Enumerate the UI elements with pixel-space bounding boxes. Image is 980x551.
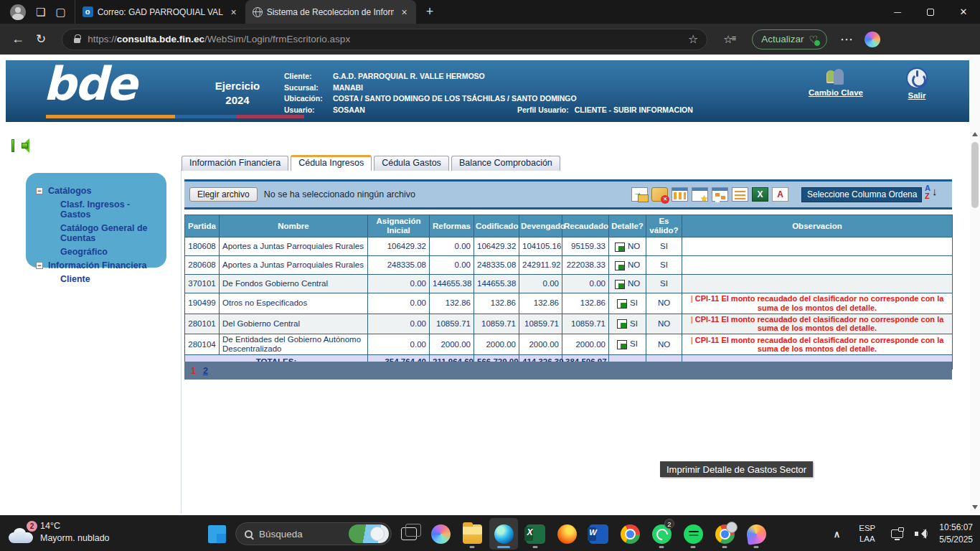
refresh-button[interactable]	[36, 32, 46, 47]
bookmark-star-icon[interactable]	[688, 32, 698, 46]
clock[interactable]: 10:56:075/5/2025	[939, 522, 973, 546]
url-field[interactable]: https://consulta.bde.fin.ec/WebSim/Login…	[62, 29, 707, 50]
cell-nombre: De Fondos Gobierno Central	[220, 275, 368, 293]
weather-widget[interactable]: 2 14°C Mayorm. nublado	[7, 520, 110, 545]
detail-grid-icon[interactable]	[617, 299, 627, 309]
choose-file-button[interactable]: Elegir archivo	[189, 187, 258, 202]
tab-c-dula-gastos[interactable]: Cédula Gastos	[374, 156, 449, 171]
cell-partida: 280104	[185, 334, 220, 355]
word-icon	[589, 524, 608, 544]
page-link[interactable]: 2	[203, 366, 208, 376]
excel-icon	[526, 524, 545, 544]
taskbar-edge[interactable]	[489, 518, 518, 550]
collapse-icon[interactable]: −	[36, 262, 43, 269]
cambio-clave-link[interactable]: Cambio Clave	[809, 69, 863, 100]
detail-grid-icon[interactable]	[615, 280, 625, 289]
favorites-icon[interactable]	[723, 33, 738, 46]
page-scrollbar[interactable]	[970, 55, 980, 515]
send-file-icon[interactable]	[631, 187, 648, 202]
collapse-menu-icon[interactable]	[11, 138, 29, 153]
sidebar-item-clasf-ingresos-gastos[interactable]: Clasf. Ingresos - Gastos	[60, 199, 159, 220]
running-indicator	[691, 546, 696, 548]
grid-window-icon[interactable]	[672, 187, 688, 202]
cell-codificado: 144655.38	[474, 275, 519, 293]
sidebar-item-cat-logo-general-de-cuentas[interactable]: Catálogo General de Cuentas	[60, 223, 159, 243]
taskbar-chrome2[interactable]	[710, 518, 739, 550]
column-header: Recaudado	[562, 215, 609, 237]
taskbar-whatsapp[interactable]: 2	[647, 518, 676, 550]
window-controls	[881, 0, 980, 24]
cell-nombre: Aportes a Juntas Parroquiales Rurales	[220, 256, 368, 275]
sort-column-select[interactable]: Seleccione Columna Ordena∨	[801, 187, 922, 202]
browser-tab[interactable]: Correo: GAD PARROQUIAL VALLE×	[75, 0, 245, 24]
minimize-button[interactable]	[881, 0, 914, 24]
volume-icon[interactable]	[915, 529, 928, 539]
start-button[interactable]	[208, 525, 226, 543]
taskbar-word[interactable]	[584, 518, 613, 550]
profile-avatar[interactable]	[10, 4, 26, 20]
search-placeholder: Búsqueda	[259, 529, 349, 540]
cell-devengado: 10859.71	[519, 314, 562, 334]
tab-close-icon[interactable]: ×	[227, 6, 239, 18]
detail-grid-icon[interactable]	[617, 319, 627, 329]
taskbar-excel[interactable]	[521, 518, 550, 550]
network-icon[interactable]	[891, 529, 903, 538]
cell-nombre: Del Gobierno Central	[220, 314, 368, 334]
tab-balance-comprobaci-n[interactable]: Balance Comprobación	[451, 156, 560, 171]
sidebar-item-geogr-fico[interactable]: Geográfico	[60, 247, 159, 257]
taskbar-paint[interactable]	[742, 518, 771, 550]
pdf-icon[interactable]	[772, 187, 788, 202]
cell-detalle: SI	[609, 314, 646, 334]
tab-close-icon[interactable]: ×	[398, 6, 410, 18]
tab-informaci-n-financiera[interactable]: Información Financiera	[182, 156, 288, 171]
maximize-button[interactable]	[914, 0, 947, 24]
new-tab-button[interactable]: +	[416, 4, 444, 19]
table-row: 180608Aportes a Juntas Parroquiales Rura…	[185, 237, 953, 256]
column-header: Reformas	[430, 215, 474, 237]
column-header: Partida	[185, 215, 220, 237]
cell-asignacion-inicial: 0.00	[368, 293, 430, 314]
sidebar-tree: −CatálogosClasf. Ingresos - GastosCatálo…	[26, 173, 166, 268]
scroll-up-icon[interactable]	[972, 132, 978, 136]
tree-window-icon[interactable]	[712, 187, 728, 202]
excel-icon[interactable]	[752, 187, 768, 202]
salir-link[interactable]: Salir	[908, 69, 926, 100]
browser-menu-icon[interactable]	[840, 32, 853, 47]
delete-icon[interactable]	[651, 187, 668, 202]
cell-observacion	[682, 275, 953, 293]
language-indicator[interactable]: ESPLAA	[859, 523, 875, 545]
list-view-icon[interactable]	[732, 187, 748, 202]
users-icon	[825, 69, 847, 85]
scrollbar-thumb[interactable]	[971, 142, 979, 208]
taskbar-search[interactable]: Búsqueda	[235, 522, 392, 545]
sidebar-item-cat-logos[interactable]: −Catálogos	[36, 186, 159, 196]
browser-tab[interactable]: Sistema de Recoleccion de Inform×	[245, 0, 416, 24]
taskbar-firefox[interactable]	[552, 518, 581, 550]
taskbar-spotify[interactable]	[679, 518, 707, 550]
tray-chevron-icon[interactable]: ∧	[834, 529, 841, 540]
running-indicator	[533, 546, 538, 548]
copilot-icon	[431, 524, 451, 544]
collapse-icon[interactable]: −	[36, 187, 43, 194]
scroll-down-icon[interactable]	[972, 505, 978, 509]
table-body: 180608Aportes a Juntas Parroquiales Rura…	[185, 237, 953, 369]
detail-grid-icon[interactable]	[615, 242, 625, 252]
tab-c-dula-ingresos[interactable]: Cédula Ingresos	[291, 155, 372, 171]
sidebar-item-cliente[interactable]: Cliente	[60, 274, 159, 284]
a-z-sort-icon[interactable]: AZ↓	[925, 185, 942, 204]
sidebar-item-informaci-n-financiera[interactable]: −Información Financiera	[36, 260, 159, 270]
taskbar-explorer[interactable]	[458, 518, 486, 550]
close-button[interactable]	[947, 0, 980, 24]
taskbar-copilot[interactable]	[426, 518, 455, 550]
actualizar-button[interactable]: Actualizar	[752, 29, 827, 50]
cell-partida: 190499	[185, 293, 220, 314]
detail-grid-icon[interactable]	[617, 340, 627, 349]
taskbar-chrome[interactable]	[616, 518, 644, 550]
task-view-icon[interactable]	[401, 527, 417, 540]
tab-actions-icon[interactable]	[55, 6, 65, 17]
back-button[interactable]	[11, 32, 24, 47]
star-window-icon[interactable]	[692, 187, 708, 202]
detail-grid-icon[interactable]	[615, 261, 625, 270]
copilot-icon[interactable]	[864, 32, 880, 47]
workspaces-icon[interactable]	[36, 6, 45, 17]
